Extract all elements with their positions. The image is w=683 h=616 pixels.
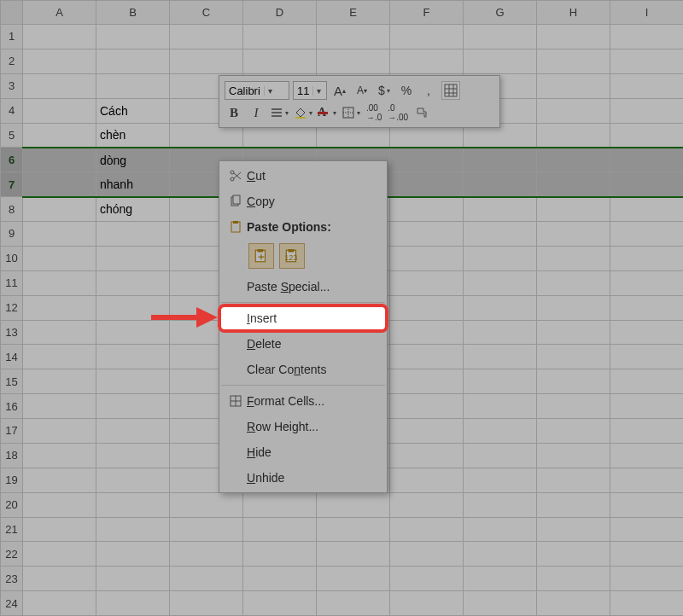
- col-header-F[interactable]: F: [390, 1, 464, 25]
- menu-row-height[interactable]: Row Height...: [219, 414, 387, 439]
- cell-B12[interactable]: [96, 295, 170, 320]
- cell-F19[interactable]: [390, 468, 464, 492]
- cell-D24[interactable]: [243, 591, 317, 616]
- cell-B7[interactable]: nhanh: [96, 172, 170, 197]
- cell-A16[interactable]: [23, 394, 96, 419]
- cell-H8[interactable]: [537, 197, 610, 222]
- cell-A15[interactable]: [23, 369, 96, 394]
- font-color-button[interactable]: A ▾: [317, 103, 337, 122]
- cell-A11[interactable]: [23, 270, 96, 295]
- cell-F16[interactable]: [390, 394, 464, 419]
- cell-G11[interactable]: [464, 270, 537, 295]
- cell-A5[interactable]: [23, 123, 96, 148]
- cell-H12[interactable]: [537, 295, 610, 320]
- cell-F2[interactable]: [390, 49, 464, 73]
- cell-H24[interactable]: [537, 591, 610, 616]
- cell-F9[interactable]: [390, 222, 464, 247]
- row-header-2[interactable]: 2: [1, 49, 23, 73]
- cell-B18[interactable]: [96, 443, 170, 468]
- cell-H16[interactable]: [537, 394, 610, 419]
- cell-B2[interactable]: [96, 49, 170, 73]
- cell-C23[interactable]: [170, 567, 243, 591]
- cell-I17[interactable]: [610, 419, 684, 444]
- row-header-8[interactable]: 8: [1, 197, 23, 222]
- cell-F18[interactable]: [390, 443, 464, 468]
- cell-I21[interactable]: [610, 517, 684, 542]
- cell-A7[interactable]: [23, 172, 96, 197]
- row-header-23[interactable]: 23: [1, 567, 23, 591]
- cell-A3[interactable]: [23, 73, 96, 98]
- col-header-E[interactable]: E: [317, 1, 390, 25]
- col-header-B[interactable]: B: [96, 1, 170, 25]
- cell-B3[interactable]: [96, 73, 170, 98]
- cell-A10[interactable]: [23, 246, 96, 270]
- col-header-A[interactable]: A: [23, 1, 96, 25]
- decrease-font-button[interactable]: A▾: [353, 81, 371, 100]
- cell-H19[interactable]: [537, 468, 610, 492]
- cell-H23[interactable]: [537, 567, 610, 591]
- menu-insert[interactable]: Insert: [219, 305, 387, 331]
- row-header-18[interactable]: 18: [1, 443, 23, 468]
- cell-I24[interactable]: [610, 591, 684, 616]
- menu-unhide[interactable]: Unhide: [219, 465, 387, 491]
- row-header-6[interactable]: 6: [1, 148, 23, 172]
- borders-button[interactable]: ▾: [341, 103, 361, 122]
- select-all-corner[interactable]: [1, 1, 23, 25]
- cell-G7[interactable]: [464, 172, 537, 197]
- comma-format-button[interactable]: ,: [419, 81, 438, 100]
- cell-A13[interactable]: [23, 320, 96, 345]
- cell-A14[interactable]: [23, 345, 96, 369]
- cell-I5[interactable]: [610, 123, 684, 148]
- cell-G18[interactable]: [464, 443, 537, 468]
- cell-D20[interactable]: [243, 492, 317, 517]
- cell-G19[interactable]: [464, 468, 537, 492]
- cell-G1[interactable]: [464, 25, 537, 49]
- cell-I23[interactable]: [610, 567, 684, 591]
- cell-E20[interactable]: [317, 492, 390, 517]
- col-header-G[interactable]: G: [464, 1, 537, 25]
- cell-B22[interactable]: [96, 542, 170, 567]
- cell-G16[interactable]: [464, 394, 537, 419]
- row-header-22[interactable]: 22: [1, 542, 23, 567]
- cell-I16[interactable]: [610, 394, 684, 419]
- row-header-3[interactable]: 3: [1, 73, 23, 98]
- row-header-5[interactable]: 5: [1, 123, 23, 148]
- menu-copy[interactable]: Copy: [219, 189, 387, 214]
- cell-G12[interactable]: [464, 295, 537, 320]
- col-header-H[interactable]: H: [537, 1, 610, 25]
- cell-G15[interactable]: [464, 369, 537, 394]
- menu-clear-contents[interactable]: Clear Contents: [219, 357, 387, 382]
- cell-A19[interactable]: [23, 468, 96, 492]
- decrease-decimal-button[interactable]: .0→.00: [387, 103, 409, 122]
- menu-format-cells[interactable]: Format Cells...: [219, 388, 387, 414]
- cell-B16[interactable]: [96, 394, 170, 419]
- row-header-16[interactable]: 16: [1, 394, 23, 419]
- cell-H15[interactable]: [537, 369, 610, 394]
- cell-H10[interactable]: [537, 246, 610, 270]
- cell-I19[interactable]: [610, 468, 684, 492]
- cell-D21[interactable]: [243, 517, 317, 542]
- cell-B9[interactable]: [96, 222, 170, 247]
- row-header-9[interactable]: 9: [1, 222, 23, 247]
- cell-B1[interactable]: [96, 25, 170, 49]
- fill-color-button[interactable]: ▾: [293, 103, 313, 122]
- cell-G21[interactable]: [464, 517, 537, 542]
- cell-G22[interactable]: [464, 542, 537, 567]
- row-header-20[interactable]: 20: [1, 492, 23, 517]
- cell-A12[interactable]: [23, 295, 96, 320]
- cell-E23[interactable]: [317, 567, 390, 591]
- cell-B14[interactable]: [96, 345, 170, 369]
- cell-G23[interactable]: [464, 567, 537, 591]
- accounting-format-button[interactable]: $▾: [375, 81, 394, 100]
- bold-button[interactable]: B: [225, 103, 243, 122]
- cell-H20[interactable]: [537, 492, 610, 517]
- cell-A18[interactable]: [23, 443, 96, 468]
- cell-I18[interactable]: [610, 443, 684, 468]
- cell-I15[interactable]: [610, 369, 684, 394]
- cell-A22[interactable]: [23, 542, 96, 567]
- cell-I2[interactable]: [610, 49, 684, 73]
- cell-G14[interactable]: [464, 345, 537, 369]
- cell-F10[interactable]: [390, 246, 464, 270]
- cell-F7[interactable]: [390, 172, 464, 197]
- cell-H21[interactable]: [537, 517, 610, 542]
